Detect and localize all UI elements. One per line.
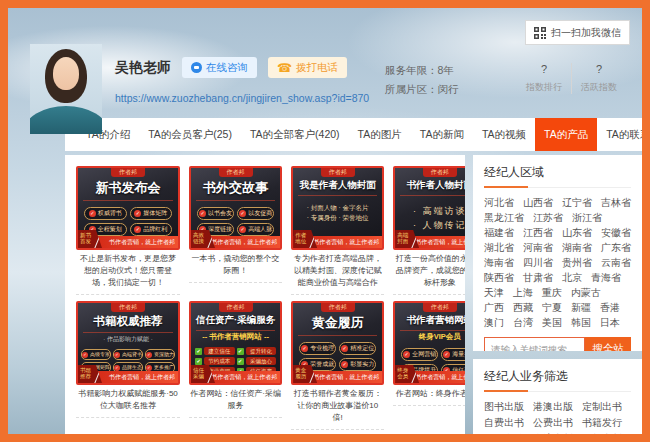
region-link[interactable]: 湖北省	[484, 240, 514, 255]
region-link[interactable]: 四川省	[523, 255, 553, 270]
region-link[interactable]: 江西省	[523, 225, 553, 240]
corner-badge: 高端封面	[395, 230, 419, 248]
search-button[interactable]: 搜全站	[585, 337, 631, 351]
brand-ribbon: 作者邦	[321, 168, 355, 177]
search-input[interactable]	[484, 337, 585, 351]
business-link[interactable]: 自费出书	[484, 415, 524, 431]
region-link[interactable]: 山东省	[562, 225, 592, 240]
check-item: ✔提升转化	[237, 347, 277, 355]
product-thumb[interactable]: 作者邦黄金履历✓专业梳理✓精准定位✓荣誉成就✓彰显实力书作者营销，就上作者邦黄金…	[291, 301, 384, 385]
call-phone-button[interactable]: ☎ 拨打电话	[268, 57, 347, 78]
region-link[interactable]: 韩国	[571, 315, 591, 330]
tab-3[interactable]: TA的图片	[349, 118, 411, 151]
region-link[interactable]: 台湾	[513, 315, 533, 330]
product-card-5: 作者邦信任资产·采编服务-- 书作者营销网站 --✔建立信任✔提升转化✔节约成本…	[189, 301, 282, 430]
check-icon: ✓	[114, 365, 120, 371]
product-thumb[interactable]: 作者邦书作者人物封面· 高端访谈· 人物传记书作者营销，就上作者邦高端封面	[393, 166, 465, 250]
region-link[interactable]: 天津	[484, 285, 504, 300]
product-thumb[interactable]: 作者邦书籍权威推荐· 作品影响力赋能 ·✓高级专家✓高端背书✓资深助力✓全网矩阵…	[76, 301, 180, 385]
region-link[interactable]: 湖南省	[562, 240, 592, 255]
region-link[interactable]: 美国	[542, 315, 562, 330]
region-link[interactable]: 西藏	[513, 300, 533, 315]
check-label: 建立信任	[204, 347, 235, 355]
online-chat-button[interactable]: 在线咨询	[182, 57, 257, 78]
business-link[interactable]: 国外出版	[582, 431, 622, 434]
business-link[interactable]: 港澳出版	[533, 399, 573, 415]
region-link[interactable]: 北京	[562, 270, 582, 285]
tab-5[interactable]: TA的视频	[473, 118, 535, 151]
qr-code-icon	[534, 27, 546, 39]
business-link[interactable]: 台湾出版	[533, 431, 573, 434]
product-thumb[interactable]: 作者邦信任资产·采编服务-- 书作者营销网站 --✔建立信任✔提升转化✔节约成本…	[189, 301, 282, 385]
region-link[interactable]: 新疆	[571, 300, 591, 315]
business-link[interactable]: 书籍发行	[582, 415, 622, 431]
region-link[interactable]: 甘肃省	[523, 270, 553, 285]
product-title: 黄金履历	[298, 314, 377, 336]
check-icon: ✔	[237, 358, 244, 365]
region-link[interactable]: 广东省	[601, 240, 631, 255]
region-link[interactable]: 内蒙古	[571, 285, 601, 300]
region-link[interactable]: 澳门	[484, 315, 504, 330]
tab-6[interactable]: TA的产品	[535, 118, 597, 151]
business-link[interactable]: 书籍宣传	[484, 431, 524, 434]
region-row: 天津上海重庆内蒙古	[484, 285, 631, 300]
check-icon: ✓	[134, 226, 141, 233]
tab-7[interactable]: TA的联系方式	[597, 118, 642, 151]
business-link[interactable]: 公费出书	[533, 415, 573, 431]
index-stats: ?指数排行?活跃指数	[517, 63, 626, 94]
region-box: 经纪人区域 河北省山西省辽宁省吉林省黑龙江省江苏省浙江省福建省江西省山东省安徽省…	[473, 155, 642, 351]
region-link[interactable]: 浙江省	[572, 210, 602, 225]
wechat-qr-button[interactable]: 扫一扫加我微信	[525, 20, 630, 45]
region-link[interactable]: 重庆	[542, 285, 562, 300]
product-grid: 作者邦新书发布会✓权威背书✓媒体矩阵✓全程策划✓品牌红利书作者营销，就上作者邦新…	[76, 166, 454, 430]
product-subtitle: · 作品影响力赋能 ·	[78, 335, 178, 344]
region-link[interactable]: 河南省	[523, 240, 553, 255]
region-link[interactable]: 日本	[600, 315, 620, 330]
region-link[interactable]: 福建省	[484, 225, 514, 240]
check-icon: ✓	[239, 226, 246, 233]
region-link[interactable]: 山西省	[523, 195, 553, 210]
product-thumb[interactable]: 作者邦书作者营销网站终身VIP会员✓全网营销✓海量搜索✓品牌提升✓信任获取书作者…	[393, 301, 465, 385]
business-filter-box: 经纪人业务筛选 图书出版港澳出版定制出书自费出书公费出书书籍发行书籍宣传台湾出版…	[473, 359, 642, 434]
profile-url-link[interactable]: https://www.zuozhebang.cn/jingjiren_show…	[115, 92, 369, 104]
region-link[interactable]: 云南省	[601, 255, 631, 270]
search-bar: 搜全站	[484, 337, 631, 351]
stat-label: 活跃指数	[572, 81, 626, 94]
business-link[interactable]: 定制出书	[582, 399, 622, 415]
product-caption: 打造书籍作者黄金履历：让你的商业故事溢价10倍!	[291, 385, 384, 430]
business-link[interactable]: 图书出版	[484, 399, 524, 415]
region-link[interactable]: 青海省	[591, 270, 621, 285]
product-subtitle: 终身VIP会员	[395, 332, 465, 342]
region-link[interactable]: 上海	[513, 285, 533, 300]
region-link[interactable]: 吉林省	[601, 195, 631, 210]
agent-name: 吴艳老师	[115, 59, 171, 77]
region-row: 福建省江西省山东省安徽省	[484, 225, 631, 240]
region-link[interactable]: 江苏省	[533, 210, 563, 225]
corner-badge: 作者地位	[293, 230, 317, 248]
product-thumb[interactable]: 作者邦新书发布会✓权威背书✓媒体矩阵✓全程策划✓品牌红利书作者营销，就上作者邦新…	[76, 166, 180, 250]
region-link[interactable]: 黑龙江省	[484, 210, 524, 225]
region-link[interactable]: 辽宁省	[562, 195, 592, 210]
service-info: 服务年限：8年 所属片区：闵行	[385, 61, 459, 99]
region-link[interactable]: 香港	[600, 300, 620, 315]
region-link[interactable]: 陕西省	[484, 270, 514, 285]
region-link[interactable]: 广西	[484, 300, 504, 315]
business-filter-list: 图书出版港澳出版定制出书自费出书公费出书书籍发行书籍宣传台湾出版国外出版书籍创作…	[484, 399, 631, 434]
region-link[interactable]: 宁夏	[542, 300, 562, 315]
tab-2[interactable]: TA的全部客户(420)	[241, 118, 349, 151]
product-caption: 一本书，撬动您的整个交际圈！	[189, 250, 282, 283]
product-title: 书外交故事	[196, 179, 275, 201]
tab-4[interactable]: TA的新闻	[411, 118, 473, 151]
product-card-0: 作者邦新书发布会✓权威背书✓媒体矩阵✓全程策划✓品牌红利书作者营销，就上作者邦新…	[76, 166, 180, 295]
region-link[interactable]: 安徽省	[601, 225, 631, 240]
tab-1[interactable]: TA的会员客户(25)	[139, 118, 241, 151]
region-link[interactable]: 河北省	[484, 195, 514, 210]
product-card-4: 作者邦书籍权威推荐· 作品影响力赋能 ·✓高级专家✓高端背书✓资深助力✓全网矩阵…	[76, 301, 180, 430]
region-link[interactable]: 贵州省	[562, 255, 592, 270]
product-thumb[interactable]: 作者邦书外交故事✓以书会友✓以友促商✓深度链接✓高端人脉书作者营销，就上作者邦高…	[189, 166, 282, 250]
product-thumb[interactable]: 作者邦我是作者人物封面· 封面人物 · 金字名片· 专属身份 · 荣誉地位书作者…	[291, 166, 384, 250]
region-row: 黑龙江省江苏省浙江省	[484, 210, 631, 225]
badge-pill: ✓彰显实力	[339, 358, 376, 371]
check-item: ✔采编放心	[237, 357, 277, 365]
region-link[interactable]: 海南省	[484, 255, 514, 270]
